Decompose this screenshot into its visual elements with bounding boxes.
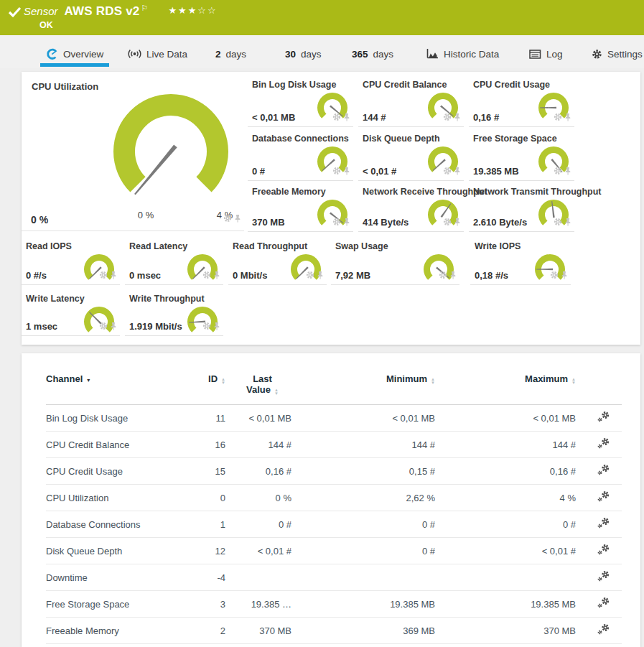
pin-icon[interactable]: [317, 269, 324, 282]
table-row: CPU Credit Balance 16 144 # 144 # 144 #: [46, 432, 622, 458]
minimum-cell: 19.385 MB: [291, 591, 435, 618]
gauge-tile-cpu-credit-balance[interactable]: CPU Credit Balance 144 #: [358, 76, 464, 127]
flag-icon[interactable]: ⚐: [141, 4, 149, 12]
tab-log[interactable]: Log: [523, 35, 565, 68]
pin-icon[interactable]: [564, 216, 571, 229]
col-header-id[interactable]: ID▲▼: [187, 373, 225, 405]
pin-icon[interactable]: [561, 269, 568, 282]
tab-30-days[interactable]: 30 days: [279, 35, 327, 68]
gear-icon[interactable]: [554, 165, 562, 178]
pin-icon[interactable]: [454, 111, 461, 124]
edit-channel-gears-icon[interactable]: [597, 411, 610, 423]
gauge-tile-read-iops[interactable]: Read IOPS 0 #/s: [22, 238, 120, 285]
gear-icon[interactable]: [554, 216, 562, 229]
channels-table: Channel▾ ID▲▼ LastValue▲▼ Minimum▲▼ Maxi…: [46, 373, 622, 647]
channel-name-cell[interactable]: Disk Queue Depth: [46, 538, 187, 564]
tab-historic-data[interactable]: Historic Data: [421, 35, 500, 68]
gear-icon[interactable]: [223, 213, 232, 225]
gauge-tile-read-latency[interactable]: Read Latency 0 msec: [125, 238, 223, 285]
edit-channel-gears-icon[interactable]: [597, 570, 610, 582]
pin-icon[interactable]: [110, 269, 117, 282]
table-row: CPU Utilization 0 0 % 2,62 % 4 %: [46, 485, 622, 511]
minimum-cell: [291, 564, 435, 591]
gauge-tile-free-storage-space[interactable]: Free Storage Space 19.385 MB: [469, 130, 574, 181]
col-header-minimum[interactable]: Minimum▲▼: [291, 373, 435, 405]
gear-icon[interactable]: [554, 111, 562, 124]
col-label: Channel: [46, 373, 83, 384]
gauge-tile-database-connections[interactable]: Database Connections 0 #: [248, 130, 353, 181]
gauge-tile-network-transmit-throughput[interactable]: Network Transmit Throughput 2.610 Byte/s: [469, 183, 574, 232]
gear-icon[interactable]: [550, 269, 559, 282]
log-icon: [529, 50, 541, 59]
last-value-cell: [225, 564, 291, 591]
gauge-tile-write-iops[interactable]: Write IOPS 0,18 #/s: [470, 238, 571, 285]
maximum-cell: < 0,01 #: [435, 538, 576, 564]
pin-icon[interactable]: [213, 269, 220, 282]
pin-icon[interactable]: [449, 269, 457, 282]
gear-icon[interactable]: [99, 269, 108, 282]
edit-channel-gears-icon[interactable]: [597, 464, 610, 476]
gauge-value: 1.919 Mbit/s: [129, 321, 182, 332]
gear-icon[interactable]: [443, 111, 452, 124]
pin-icon[interactable]: [564, 111, 571, 124]
channel-id-cell: 15: [187, 458, 225, 485]
pin-icon[interactable]: [564, 165, 571, 178]
gauge-tile-network-receive-throughput[interactable]: Network Receive Throughput 414 Byte/s: [358, 183, 464, 232]
priority-stars[interactable]: ★★★☆☆: [168, 5, 217, 16]
channel-name-cell[interactable]: Free Storage Space: [46, 591, 187, 618]
gauge-tile-disk-queue-depth[interactable]: Disk Queue Depth < 0,01 #: [358, 130, 464, 181]
gauge-tile-freeable-memory[interactable]: Freeable Memory 370 MB: [248, 183, 353, 232]
gear-icon[interactable]: [99, 320, 108, 333]
channel-name-cell[interactable]: Network Receive Throu…: [46, 644, 187, 647]
gear-icon[interactable]: [202, 320, 211, 333]
tab-label: days: [226, 49, 247, 60]
gear-icon[interactable]: [439, 269, 447, 282]
channel-name-cell[interactable]: CPU Credit Usage: [46, 458, 187, 485]
tab-365-days[interactable]: 365 days: [346, 35, 402, 68]
col-header-maximum[interactable]: Maximum▲▼: [435, 373, 576, 405]
gear-icon[interactable]: [332, 216, 341, 229]
channel-name-cell[interactable]: Bin Log Disk Usage: [46, 405, 187, 432]
pin-icon[interactable]: [343, 216, 350, 229]
channel-name-cell[interactable]: CPU Credit Balance: [46, 432, 187, 458]
gauge-tile-write-latency[interactable]: Write Latency 1 msec: [22, 290, 120, 336]
pin-icon[interactable]: [343, 165, 350, 178]
gauge-tile-cpu-utilization[interactable]: CPU Utilization 0 % 4 % 0 %: [22, 72, 244, 231]
gauge-tile-bin-log-disk-usage[interactable]: Bin Log Disk Usage < 0,01 MB: [248, 76, 353, 127]
edit-channel-gears-icon[interactable]: [597, 623, 610, 636]
gauge-tile-cpu-credit-usage[interactable]: CPU Credit Usage 0,16 #: [469, 76, 574, 127]
gear-icon[interactable]: [443, 216, 452, 229]
pin-icon[interactable]: [110, 320, 117, 333]
gear-icon[interactable]: [202, 269, 211, 282]
tab-settings[interactable]: Settings: [586, 35, 643, 68]
pin-icon[interactable]: [454, 216, 461, 229]
gear-icon[interactable]: [306, 269, 314, 282]
tab-2-days[interactable]: 2 days: [210, 35, 254, 68]
channel-name-cell[interactable]: Database Connections: [46, 511, 187, 538]
tab-overview[interactable]: Overview: [40, 35, 109, 68]
col-header-channel[interactable]: Channel▾: [46, 373, 187, 405]
channel-id-cell: 13: [187, 644, 225, 647]
maximum-cell: 144 #: [435, 432, 576, 458]
gear-icon[interactable]: [443, 165, 452, 178]
pin-icon[interactable]: [234, 213, 241, 225]
edit-channel-gears-icon[interactable]: [597, 490, 610, 503]
edit-channel-gears-icon[interactable]: [597, 437, 610, 450]
channel-name-cell[interactable]: Downtime: [46, 564, 187, 591]
edit-channel-gears-icon[interactable]: [597, 517, 610, 529]
gauge-tile-read-throughput[interactable]: Read Throughput 0 Mbit/s: [228, 238, 327, 285]
gear-icon[interactable]: [332, 165, 341, 178]
pin-icon[interactable]: [213, 320, 220, 333]
tab-live-data[interactable]: Live Data: [122, 35, 188, 68]
col-header-last-value[interactable]: LastValue▲▼: [225, 373, 291, 405]
edit-channel-gears-icon[interactable]: [597, 597, 610, 609]
edit-channel-gears-icon[interactable]: [597, 544, 610, 556]
gear-icon[interactable]: [332, 111, 341, 124]
channel-name-cell[interactable]: Freeable Memory: [46, 618, 187, 644]
gauge-tile-swap-usage[interactable]: Swap Usage 7,92 MB: [331, 238, 459, 285]
pin-icon[interactable]: [343, 111, 350, 124]
pin-icon[interactable]: [454, 165, 461, 178]
channel-name-cell[interactable]: CPU Utilization: [46, 485, 187, 511]
gauge-tile-write-throughput[interactable]: Write Throughput 1.919 Mbit/s: [125, 290, 223, 336]
gauge-icon: [46, 48, 58, 60]
